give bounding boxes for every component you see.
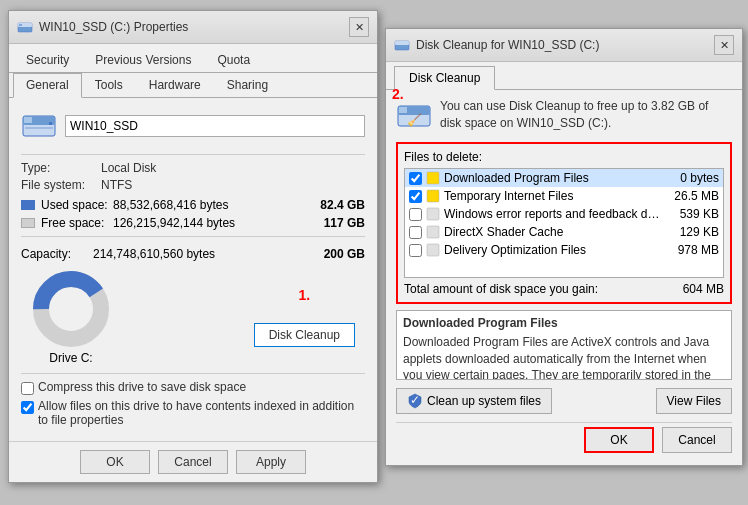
tab-previous-versions[interactable]: Previous Versions [82,48,204,72]
total-value: 604 MB [683,282,724,296]
file-type-icon [426,207,440,221]
ok-button[interactable]: OK [80,450,150,474]
properties-window: WIN10_SSD (C:) Properties ✕ Security Pre… [8,10,378,483]
cancel-button[interactable]: Cancel [158,450,228,474]
tab-security[interactable]: Security [13,48,82,72]
clean-system-files-button[interactable]: ✓ Clean up system files [396,388,552,414]
compress-label: Compress this drive to save disk space [38,380,246,394]
cleanup-cancel-button[interactable]: Cancel [662,427,732,453]
index-checkbox-row: Allow files on this drive to have conten… [21,399,365,427]
cleanup-tab-bar: Disk Cleanup [386,62,742,90]
file-checkbox[interactable] [409,244,422,257]
used-label: Used space: [41,198,113,212]
svg-rect-18 [427,208,439,220]
cleanup-ok-cancel: OK Cancel [396,422,732,457]
cleanup-content: 🧹 You can use Disk Cleanup to free up to… [386,90,742,465]
view-files-button[interactable]: View Files [656,388,732,414]
capacity-section: Capacity: 214,748,610,560 bytes 200 GB [21,236,365,261]
tab-hardware[interactable]: Hardware [136,73,214,97]
cleanup-header-desc: You can use Disk Cleanup to free up to 3… [440,98,732,132]
capacity-label: Capacity: [21,247,93,261]
filesystem-value: NTFS [101,178,132,192]
description-box: Downloaded Program Files Downloaded Prog… [396,310,732,380]
svg-text:✓: ✓ [410,393,420,407]
close-button[interactable]: ✕ [349,17,369,37]
file-item-size: 0 bytes [664,171,719,185]
svg-text:🧹: 🧹 [407,112,422,127]
free-indicator [21,218,35,228]
file-item-name: Delivery Optimization Files [444,243,660,257]
file-item[interactable]: Downloaded Program Files0 bytes [405,169,723,187]
svg-rect-6 [25,127,53,129]
tab-tools[interactable]: Tools [82,73,136,97]
view-files-label: View Files [667,394,721,408]
disk-cleanup-button[interactable]: Disk Cleanup [254,323,355,347]
clean-system-files-label: Clean up system files [427,394,541,408]
used-bytes: 88,532,668,416 bytes [113,198,315,212]
svg-rect-2 [19,24,22,26]
drive-large-icon [21,108,57,144]
tabs-row2: General Tools Hardware Sharing [9,73,377,98]
files-to-delete-label: Files to delete: [404,150,724,164]
file-item[interactable]: DirectX Shader Cache129 KB [405,223,723,241]
titlebar-drive-icon [17,19,33,35]
tab-general[interactable]: General [13,73,82,98]
type-fs-section: Type: Local Disk File system: NTFS [21,154,365,192]
drive-name-row [21,108,365,144]
tab-sharing[interactable]: Sharing [214,73,281,97]
type-label: Type: [21,161,101,175]
compress-checkbox[interactable] [21,382,34,395]
capacity-bytes: 214,748,610,560 bytes [93,247,315,261]
annotation-1: 1. [298,287,310,303]
tab-quota[interactable]: Quota [204,48,263,72]
file-item-size: 539 KB [664,207,719,221]
file-checkbox[interactable] [409,208,422,221]
index-checkbox[interactable] [21,401,34,414]
cleanup-bottom-buttons: ✓ Clean up system files View Files [396,388,732,414]
cleanup-tab[interactable]: Disk Cleanup [394,66,495,90]
used-indicator [21,200,35,210]
apply-button[interactable]: Apply [236,450,306,474]
tabs-row1: Security Previous Versions Quota [9,44,377,73]
file-type-icon [426,225,440,239]
file-item-size: 26.5 MB [664,189,719,203]
free-bytes: 126,215,942,144 bytes [113,216,315,230]
svg-rect-5 [24,117,32,123]
description-title: Downloaded Program Files [403,315,725,332]
donut-chart-area: Drive C: [31,269,111,365]
used-gb: 82.4 GB [315,198,365,212]
total-row: Total amount of disk space you gain: 604… [404,282,724,296]
drive-name-input[interactable] [65,115,365,137]
cleanup-titlebar: Disk Cleanup for WIN10_SSD (C:) ✕ [386,29,742,62]
file-item-name: Windows error reports and feedback di... [444,207,660,221]
file-type-icon [426,243,440,257]
file-item[interactable]: Temporary Internet Files26.5 MB [405,187,723,205]
file-checkbox[interactable] [409,226,422,239]
files-to-delete-box: Files to delete: Downloaded Program File… [396,142,732,304]
shield-icon: ✓ [407,393,423,409]
file-checkbox[interactable] [409,172,422,185]
used-space-row: Used space: 88,532,668,416 bytes 82.4 GB [21,198,365,212]
free-gb: 117 GB [315,216,365,230]
donut-chart [31,269,111,349]
cleanup-ok-button[interactable]: OK [584,427,654,453]
svg-rect-16 [427,172,439,184]
file-item-name: DirectX Shader Cache [444,225,660,239]
compress-checkbox-row: Compress this drive to save disk space [21,380,365,395]
description-text: Downloaded Program Files are ActiveX con… [403,334,725,380]
filesystem-label: File system: [21,178,101,192]
file-item[interactable]: Windows error reports and feedback di...… [405,205,723,223]
chart-row: Drive C: 1. Disk Cleanup [21,269,365,365]
file-checkbox[interactable] [409,190,422,203]
cleanup-close-button[interactable]: ✕ [714,35,734,55]
file-item[interactable]: Delivery Optimization Files978 MB [405,241,723,259]
drive-c-label: Drive C: [31,351,111,365]
properties-content: Type: Local Disk File system: NTFS Used … [9,98,377,441]
cleanup-drive-icon: 🧹 [396,98,432,134]
files-list: Downloaded Program Files0 bytesTemporary… [404,168,724,278]
capacity-gb: 200 GB [315,247,365,261]
file-item-size: 978 MB [664,243,719,257]
total-label: Total amount of disk space you gain: [404,282,598,296]
file-type-icon [426,171,440,185]
file-item-name: Downloaded Program Files [444,171,660,185]
